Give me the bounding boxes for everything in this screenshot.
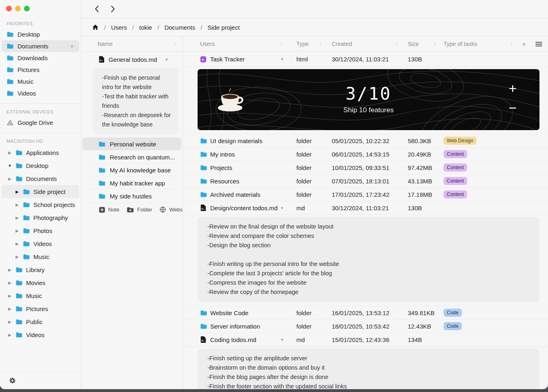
remove-favorite-icon[interactable]: × [70,44,74,49]
chevron-right-icon[interactable]: ▶ [7,268,12,272]
task-tracker-banner[interactable]: 3/10 Ship 10 features + − [198,69,539,130]
chevron-right-icon[interactable]: ▶ [15,203,20,207]
minimize-window-button[interactable] [15,6,21,11]
note-plus-icon [99,207,105,213]
chevron-right-icon[interactable]: ▶ [7,320,12,324]
column-header-type-of-tasks[interactable]: Type of tasks ↑ + [444,40,548,48]
general-todos-preview: -Finish up the personal intro for the we… [93,68,178,134]
coding-todos-preview: -Finish setting up the amplitude server … [183,346,548,389]
chevron-right-icon[interactable]: ▶ [7,150,12,155]
sort-asc-icon[interactable]: ↑ [510,41,513,47]
chevron-right-icon[interactable]: ▶ [15,229,20,233]
table-row-coding-todos[interactable]: Coding todos.md ▼ md 15/01/2025, 12:43:3… [183,333,548,346]
list-item-my-habit-tracker-app[interactable]: My habit tracker app [83,176,181,189]
breadcrumb-segment-side-project[interactable]: Side project [207,24,239,31]
tree-item-desktop[interactable]: ▼ Desktop [2,159,79,172]
table-row-server-information[interactable]: Server information folder 18/01/2025, 10… [183,320,548,333]
sort-asc-icon[interactable]: ↑ [174,41,176,47]
add-column-icon[interactable]: + [522,40,526,48]
table-row-resources[interactable]: Resources folder 07/01/2025, 18:13:01 43… [183,174,548,188]
chevron-right-icon[interactable]: ▶ [15,189,20,194]
column-header-size[interactable]: Size ↑ [408,41,444,47]
table-row-website-code[interactable]: Website Code folder 16/01/2025, 13:53:12… [183,306,548,320]
chevron-right-icon[interactable]: ▶ [7,176,12,181]
back-button[interactable] [94,5,100,13]
tree-item-videos[interactable]: ▶ Videos [2,237,79,250]
tree-item-library[interactable]: ▶ Library [2,263,79,276]
close-window-button[interactable] [6,6,12,11]
chevron-right-icon[interactable]: ▶ [15,255,20,259]
chevron-right-icon[interactable]: ▶ [15,216,20,220]
new-folder-button[interactable]: Folder [126,207,152,213]
preview-line: -Review the copy of the homepage [207,287,530,297]
preview-line: -Test the habit tracker with friends [102,92,171,111]
tree-item-videos-root[interactable]: ▶ Videos [2,328,79,341]
list-item-personal-website[interactable]: Personal website [83,137,181,150]
sidebar-item-documents[interactable]: Documents × [2,40,79,52]
breadcrumb-segment-documents[interactable]: Documents [164,24,195,31]
tree-item-applications[interactable]: ▶ Applications [2,146,79,159]
tree-item-music[interactable]: ▶ Music [2,250,79,263]
sidebar-item-music[interactable]: Music [2,76,79,87]
chevron-right-icon[interactable]: ▶ [7,294,12,298]
sort-users[interactable]: ↑ [280,41,296,47]
breadcrumb-segment-users[interactable]: Users [111,24,127,31]
sidebar-item-pictures[interactable]: Pictures [2,64,79,76]
increment-button[interactable]: + [509,81,517,95]
chevron-right-icon[interactable]: ▶ [7,333,12,337]
list-item-research-on-quantum[interactable]: Research on quantum... [83,150,181,163]
cell-size: 97.42MB [408,164,444,171]
tree-item-pictures[interactable]: ▶ Pictures [2,302,79,315]
table-row-task-tracker[interactable]: Task Tracker ▼ html 30/12/2024, 11:03:21… [183,52,548,67]
list-item-my-side-hustles[interactable]: My side hustles [83,189,181,203]
settings-gear-icon[interactable] [9,377,16,384]
forward-button[interactable] [110,5,116,13]
chevron-right-icon[interactable]: ▶ [7,307,12,311]
column-header-type[interactable]: Type ↑ [296,41,332,47]
sort-asc-icon[interactable]: ↑ [434,41,437,47]
name-column-header[interactable]: Name ↑ [81,37,183,52]
collapse-caret-icon[interactable]: ▼ [280,338,296,342]
sidebar-item-videos[interactable]: Videos [2,87,79,99]
tree-item-side-project[interactable]: ▶ Side project [2,185,79,198]
tree-item-school-projects[interactable]: ▶ School projects [2,198,79,211]
content-area: / Users / tokie / Documents / Side proje… [81,0,548,389]
zoom-window-button[interactable] [24,6,30,11]
column-header-users[interactable]: Users [200,41,280,47]
sort-asc-icon[interactable]: ↑ [396,41,398,47]
home-icon[interactable] [92,24,99,31]
list-item-my-ai-knowledge-base[interactable]: My AI knowledge base [83,163,181,176]
table-row-archived-materials[interactable]: Archived materials folder 17/01/2025, 17… [183,188,548,201]
collapse-caret-icon[interactable]: ▼ [280,57,296,61]
tree-item-documents[interactable]: ▶ Documents [2,172,79,185]
column-header-created[interactable]: Created ↑ [332,41,408,47]
tree-item-public[interactable]: ▶ Public [2,315,79,328]
view-options-icon[interactable] [535,41,542,47]
breadcrumb-segment-tokie[interactable]: tokie [139,24,152,31]
new-note-button[interactable]: Note [99,207,119,213]
name-column-label: Name [98,41,113,47]
chevron-down-icon[interactable]: ▼ [7,163,12,168]
sidebar-item-google-drive[interactable]: Google Drive [2,117,79,128]
sidebar-item-desktop[interactable]: Desktop [2,28,79,40]
cell-created: 05/01/2025, 10:22:32 [332,137,408,144]
decrement-button[interactable]: − [509,101,517,115]
table-row-projects[interactable]: Projects folder 10/01/2025, 09:33:51 97.… [183,161,548,174]
sort-asc-icon[interactable]: ↑ [280,41,283,47]
table-row-ui-design-materials[interactable]: UI design materials folder 05/01/2025, 1… [183,134,548,148]
folder-icon [7,43,14,49]
table-row-my-intros[interactable]: My intros folder 06/01/2025, 14:53:15 20… [183,148,548,161]
tree-item-photos[interactable]: ▶ Photos [2,224,79,237]
tree-item-music-root[interactable]: ▶ Music [2,289,79,302]
sort-asc-icon[interactable]: ↑ [320,41,322,47]
file-row-general-todos[interactable]: General todos.md ▼ [81,53,183,65]
collapse-caret-icon[interactable]: ▼ [280,206,296,210]
chevron-right-icon[interactable]: ▶ [15,242,20,246]
tree-item-movies[interactable]: ▶ Movies [2,276,79,289]
table-row-design-content-todos[interactable]: Design/content todos.md ▼ md 30/12/2024,… [183,201,548,215]
new-website-button[interactable]: Website [159,206,183,213]
collapse-caret-icon[interactable]: ▼ [165,57,169,62]
chevron-right-icon[interactable]: ▶ [7,281,12,285]
sidebar-item-downloads[interactable]: Downloads [2,52,79,64]
tree-item-photography[interactable]: ▶ Photography [2,211,79,224]
